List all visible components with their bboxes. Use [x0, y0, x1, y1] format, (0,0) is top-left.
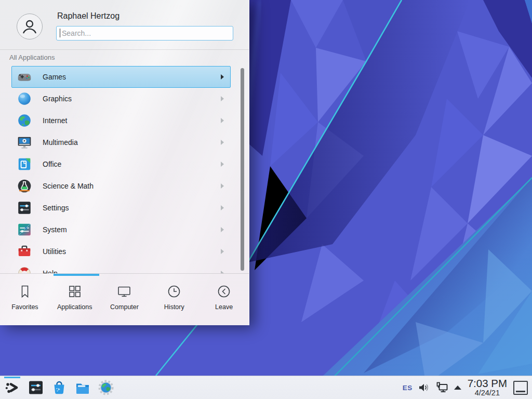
submenu-arrow-icon — [221, 74, 224, 79]
lifebuoy-icon — [17, 265, 32, 273]
folder-icon — [74, 379, 91, 396]
category-system[interactable]: System — [11, 219, 231, 241]
file-manager-button[interactable] — [74, 379, 91, 396]
category-label: Science & Math — [43, 182, 221, 190]
toolbox-icon — [17, 244, 32, 259]
submenu-arrow-icon — [221, 205, 224, 210]
submenu-arrow-icon — [221, 118, 224, 123]
tab-label: Leave — [215, 303, 233, 311]
category-games[interactable]: Games — [11, 66, 231, 88]
desktop: Raphael Hertzog All Applications — [0, 0, 532, 399]
system-tray: ES 7:03 PM 4/24/21 — [403, 378, 528, 397]
system-sliders-icon — [17, 222, 32, 237]
tab-leave[interactable]: Leave — [199, 279, 249, 325]
media-monitor-icon — [17, 135, 32, 150]
discover-bag-icon — [51, 379, 68, 396]
sphere-icon — [17, 91, 32, 107]
tab-label: Applications — [57, 303, 92, 311]
user-name: Raphael Hertzog — [57, 11, 119, 21]
kickoff-icon — [4, 379, 21, 396]
tab-favorites[interactable]: Favorites — [0, 279, 50, 325]
category-internet[interactable]: Internet — [11, 110, 231, 131]
text-caret — [60, 29, 60, 37]
submenu-arrow-icon — [221, 227, 224, 232]
launcher-header: Raphael Hertzog — [0, 0, 249, 50]
category-settings[interactable]: Settings — [11, 197, 231, 219]
category-help[interactable]: Help — [11, 262, 231, 273]
bookmark-icon — [17, 284, 33, 299]
submenu-arrow-icon — [221, 162, 224, 167]
tray-expander-icon[interactable] — [454, 385, 461, 390]
launcher-footer: Favorites Applications — [0, 273, 249, 325]
keyboard-layout-indicator[interactable]: ES — [403, 384, 413, 392]
clock-date: 4/24/21 — [468, 389, 507, 397]
clock-time: 7:03 PM — [468, 378, 507, 389]
discover-button[interactable] — [50, 379, 68, 396]
category-office[interactable]: Office — [11, 153, 231, 175]
active-app-indicator — [4, 377, 20, 378]
category-label: Internet — [43, 116, 221, 125]
category-label: Games — [43, 73, 221, 81]
category-graphics[interactable]: Graphics — [11, 88, 231, 110]
gamepad-icon — [17, 69, 32, 85]
category-multimedia[interactable]: Multimedia — [11, 131, 231, 153]
scrollbar-thumb[interactable] — [241, 68, 244, 271]
grid-icon — [67, 284, 83, 299]
category-list: Games Graphics — [0, 66, 249, 273]
category-label: Utilities — [43, 247, 221, 256]
sliders-icon — [17, 200, 32, 216]
submenu-arrow-icon — [221, 96, 224, 101]
user-icon — [20, 17, 39, 36]
back-circle-icon — [216, 284, 232, 299]
web-browser-button[interactable] — [97, 379, 115, 396]
monitor-icon — [116, 284, 132, 299]
clock-icon — [166, 284, 182, 299]
application-launcher: Raphael Hertzog All Applications — [0, 0, 249, 325]
network-icon[interactable] — [435, 381, 449, 394]
digital-clock[interactable]: 7:03 PM 4/24/21 — [468, 378, 507, 397]
launcher-button[interactable] — [4, 379, 21, 396]
tab-computer[interactable]: Computer — [100, 279, 150, 325]
system-settings-button[interactable] — [27, 379, 45, 396]
document-icon — [17, 156, 32, 172]
search-input[interactable] — [56, 26, 233, 41]
category-science-math[interactable]: Science & Math — [11, 175, 231, 197]
tab-label: History — [164, 303, 184, 311]
user-avatar[interactable] — [17, 14, 43, 39]
active-tab-indicator — [54, 274, 99, 276]
tab-label: Computer — [110, 303, 139, 311]
submenu-arrow-icon — [221, 249, 224, 254]
taskbar: ES 7:03 PM 4/24/21 — [0, 376, 532, 399]
browser-globe-icon — [98, 379, 114, 396]
category-label: Office — [43, 160, 221, 168]
submenu-arrow-icon — [221, 140, 224, 145]
tab-history[interactable]: History — [149, 279, 199, 325]
submenu-arrow-icon — [221, 183, 224, 189]
category-label: Multimedia — [43, 138, 221, 147]
globe-icon — [17, 113, 32, 128]
tab-label: Favorites — [11, 303, 38, 311]
section-label: All Applications — [9, 54, 55, 61]
category-label: System — [43, 225, 221, 234]
show-desktop-button[interactable] — [513, 381, 528, 395]
category-label: Graphics — [43, 95, 221, 103]
system-settings-icon — [28, 379, 44, 396]
tab-applications[interactable]: Applications — [50, 279, 100, 325]
category-label: Settings — [43, 204, 221, 212]
flask-icon — [17, 178, 32, 194]
category-utilities[interactable]: Utilities — [11, 241, 231, 262]
category-label: Help — [43, 269, 221, 273]
volume-icon[interactable] — [418, 381, 430, 394]
